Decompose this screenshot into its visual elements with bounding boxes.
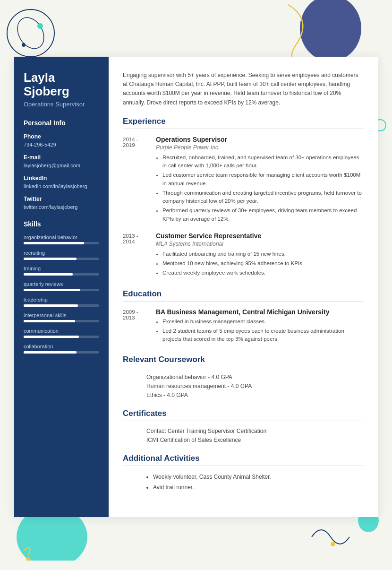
exp-bullets: Recruited, onboarded, trained, and super… (156, 154, 364, 223)
skill-name: interpersonal skills (24, 312, 99, 318)
skills-section: Skills organizational behavior recruitin… (24, 220, 99, 354)
education-item: 2009 -2013 BA Business Management, Centr… (123, 308, 364, 345)
skills-heading: Skills (24, 220, 99, 228)
skill-bar-fill (24, 289, 80, 291)
skill-bar-fill (24, 336, 79, 338)
svg-point-2 (37, 23, 43, 29)
svg-point-3 (22, 43, 26, 47)
linkedin-label: LinkedIn (24, 175, 99, 181)
email-value: laylasjoberg@gmail.com (24, 163, 80, 168)
svg-point-4 (300, 0, 361, 61)
experience-section: Experience 2014 -2019 Operations Supervi… (123, 117, 364, 279)
skill-name: collaboration (24, 344, 99, 349)
candidate-name: Layla Sjoberg (24, 71, 99, 98)
skill-bar-background (24, 242, 99, 244)
twitter-value: twitter.com/laylasjoberg (24, 204, 77, 210)
skill-item: recruiting (24, 250, 99, 260)
coursework-section: Relevant Coursework Organizational behav… (123, 355, 364, 398)
edu-bullet: Led 2 student teams of 5 employees each … (162, 327, 364, 344)
bullet-item: Through communication and creating targe… (162, 189, 364, 206)
skill-name: communication (24, 328, 99, 334)
email-label: E-mail (24, 154, 99, 161)
skill-bar-background (24, 320, 99, 322)
skill-item: quarterly reviews (24, 281, 99, 291)
activities-section: Additional Activities Weekly volunteer, … (123, 454, 364, 492)
linkedin-value: linkedin.com/in/laylasjoberg (24, 183, 87, 189)
twitter-label: Twitter (24, 196, 99, 202)
education-list: 2009 -2013 BA Business Management, Centr… (123, 308, 364, 345)
edu-degree: BA Business Management, Central Michigan… (156, 308, 364, 316)
phone-info: Phone 734-296-5429 (24, 133, 99, 148)
bullet-item: Mentored 10 new hires, achieving 95% adh… (162, 259, 364, 268)
bottom-right-squiggle (307, 518, 354, 556)
education-heading: Education (123, 289, 364, 302)
experience-list: 2014 -2019 Operations Supervisor Purple … (123, 136, 364, 279)
coursework-heading: Relevant Coursework (123, 355, 364, 367)
skill-item: organizational behavior (24, 234, 99, 244)
svg-point-1 (12, 13, 49, 53)
svg-point-9 (331, 542, 335, 546)
exp-details: Operations Supervisor Purple People Powe… (156, 136, 364, 225)
skills-list: organizational behavior recruiting train… (24, 234, 99, 354)
activities-list: Weekly volunteer, Cass County Animal She… (123, 473, 364, 492)
certificates-heading: Certificates (123, 409, 364, 421)
skill-bar-fill (24, 351, 77, 354)
certificates-section: Certificates Contact Center Training Sup… (123, 409, 364, 443)
skill-bar-fill (24, 242, 84, 244)
skill-bar-fill (24, 258, 77, 260)
bullet-item: Facilitated onboarding and training of 1… (162, 250, 364, 258)
experience-item: 2014 -2019 Operations Supervisor Purple … (123, 136, 364, 225)
activity-item: Avid trail runner. (153, 483, 364, 492)
skill-item: leadership (24, 297, 99, 307)
main-content: Engaging supervisor with 5+ years of exp… (109, 57, 378, 517)
twitter-info: Twitter twitter.com/laylasjoberg (24, 196, 99, 211)
skill-name: training (24, 266, 99, 271)
svg-point-8 (26, 557, 31, 561)
email-info: E-mail laylasjoberg@gmail.com (24, 154, 99, 169)
skill-name: leadership (24, 297, 99, 302)
phone-value: 734-296-5429 (24, 142, 56, 147)
exp-dates: 2014 -2019 (123, 136, 156, 225)
skill-bar-background (24, 336, 99, 338)
exp-job-title: Customer Service Representative (156, 232, 364, 240)
certificate-item: ICMI Certification of Sales Excellence (123, 437, 364, 443)
coursework-item: Human resources management - 4.0 GPA (123, 383, 364, 389)
education-section: Education 2009 -2013 BA Business Managem… (123, 289, 364, 345)
certificates-list: Contact Center Training Supervisor Certi… (123, 428, 364, 443)
activity-item: Weekly volunteer, Cass County Animal She… (153, 473, 364, 482)
edu-bullets: Excelled in business management classes.… (156, 318, 364, 344)
exp-job-title: Operations Supervisor (156, 136, 364, 143)
skill-bar-background (24, 258, 99, 260)
bullet-item: Recruited, onboarded, trained, and super… (162, 154, 364, 170)
exp-details: Customer Service Representative MLA Syst… (156, 232, 364, 279)
skill-name: recruiting (24, 250, 99, 256)
skill-bar-background (24, 351, 99, 354)
coursework-list: Organizational behavior - 4.0 GPAHuman r… (123, 374, 364, 398)
skill-item: training (24, 266, 99, 276)
experience-heading: Experience (123, 117, 364, 129)
bullet-item: Led customer service team responsible fo… (162, 171, 364, 188)
skill-item: interpersonal skills (24, 312, 99, 322)
exp-company: MLA Systems International (156, 241, 364, 247)
exp-dates: 2013 -2014 (123, 232, 156, 279)
coursework-item: Organizational behavior - 4.0 GPA (123, 374, 364, 380)
exp-bullets: Facilitated onboarding and training of 1… (156, 250, 364, 277)
skill-bar-fill (24, 273, 73, 276)
bullet-item: Performed quarterly reviews of 30+ emplo… (162, 207, 364, 223)
experience-item: 2013 -2014 Customer Service Representati… (123, 232, 364, 279)
resume-card: Layla Sjoberg Operations Supervisor Pers… (14, 57, 378, 517)
sidebar: Layla Sjoberg Operations Supervisor Pers… (14, 57, 109, 517)
candidate-title: Operations Supervisor (24, 101, 99, 108)
bullet-item: Created weekly employee work schedules. (162, 269, 364, 277)
skill-item: communication (24, 328, 99, 338)
edu-dates: 2009 -2013 (123, 308, 156, 345)
exp-company: Purple People Power Inc. (156, 144, 364, 151)
skill-bar-fill (24, 320, 75, 322)
skill-item: collaboration (24, 344, 99, 354)
certificate-item: Contact Center Training Supervisor Certi… (123, 428, 364, 434)
personal-info-heading: Personal Info (24, 119, 99, 127)
coursework-item: Ethics - 4.0 GPA (123, 392, 364, 398)
skill-bar-background (24, 289, 99, 291)
skill-bar-fill (24, 304, 78, 307)
skill-name: quarterly reviews (24, 281, 99, 287)
